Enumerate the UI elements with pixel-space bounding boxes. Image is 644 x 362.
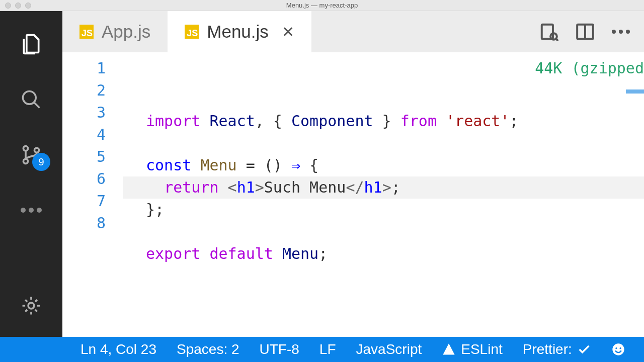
svg-point-0 xyxy=(23,92,36,105)
explorer-button[interactable] xyxy=(20,33,42,55)
svg-point-2 xyxy=(23,146,28,151)
scm-badge: 9 xyxy=(32,153,50,171)
eslint-status[interactable]: ESLint xyxy=(442,341,503,357)
svg-point-15 xyxy=(619,347,621,349)
language-status[interactable]: JavaScript xyxy=(356,341,422,357)
svg-line-8 xyxy=(556,39,558,41)
line-number: 5 xyxy=(62,146,106,168)
svg-rect-12 xyxy=(448,352,449,353)
prettier-status[interactable]: Prettier: xyxy=(523,341,591,357)
tab-menu-js[interactable]: JS Menu.js ✕ xyxy=(168,11,311,52)
code-line[interactable]: }; xyxy=(123,199,644,221)
code-line[interactable] xyxy=(123,132,644,154)
source-control-button[interactable]: 9 xyxy=(20,144,42,166)
line-number: 8 xyxy=(62,212,106,234)
code-line[interactable]: export default Menu; xyxy=(123,243,644,265)
svg-point-5 xyxy=(28,303,34,309)
svg-line-1 xyxy=(34,103,40,108)
scrollbar-thumb[interactable] xyxy=(626,89,644,94)
editor-pane[interactable]: 12345678 44K (gzipped import React, { Co… xyxy=(62,52,644,337)
js-file-icon: JS xyxy=(185,25,199,39)
code-line[interactable]: import React, { Component } from 'react'… xyxy=(123,110,644,132)
additional-views-button[interactable] xyxy=(20,199,42,221)
warning-icon xyxy=(442,342,456,356)
files-icon xyxy=(20,33,42,55)
open-changes-button[interactable] xyxy=(539,22,558,41)
settings-button[interactable] xyxy=(20,295,42,317)
line-number: 6 xyxy=(62,168,106,190)
js-file-icon: JS xyxy=(79,25,94,39)
search-button[interactable] xyxy=(20,88,42,111)
code-line[interactable] xyxy=(123,221,644,243)
gear-icon xyxy=(20,295,42,317)
encoding-status[interactable]: UTF-8 xyxy=(260,341,299,357)
tab-bar: JS App.js JS Menu.js ✕ xyxy=(62,11,644,52)
activity-bar: 9 xyxy=(0,11,62,337)
tab-label: Menu.js xyxy=(207,22,269,42)
line-number-gutter: 12345678 xyxy=(62,52,123,337)
line-number: 1 xyxy=(62,57,106,79)
more-actions-button[interactable] xyxy=(612,30,630,34)
cursor-position[interactable]: Ln 4, Col 23 xyxy=(80,341,156,357)
tab-label: App.js xyxy=(102,22,150,42)
tab-app-js[interactable]: JS App.js xyxy=(62,11,168,52)
svg-point-13 xyxy=(612,343,624,355)
code-lines[interactable]: 44K (gzipped import React, { Component }… xyxy=(123,52,644,337)
svg-point-3 xyxy=(23,159,28,163)
svg-point-14 xyxy=(615,347,617,349)
line-number: 3 xyxy=(62,102,106,124)
window-title: Menu.js — my-react-app xyxy=(0,2,644,9)
smiley-icon xyxy=(611,342,625,356)
split-icon xyxy=(576,22,595,41)
feedback-button[interactable] xyxy=(611,342,625,356)
code-line[interactable] xyxy=(123,265,644,287)
line-number: 7 xyxy=(62,190,106,212)
check-icon xyxy=(577,342,591,356)
eol-status[interactable]: LF xyxy=(319,341,336,357)
window-titlebar: Menu.js — my-react-app xyxy=(0,0,644,11)
line-number: 4 xyxy=(62,124,106,146)
close-tab-icon[interactable]: ✕ xyxy=(277,23,294,41)
indent-status[interactable]: Spaces: 2 xyxy=(177,341,239,357)
line-number: 2 xyxy=(62,79,106,102)
code-line[interactable]: return <h1>Such Menu</h1>; xyxy=(123,176,644,199)
status-bar: Ln 4, Col 23 Spaces: 2 UTF-8 LF JavaScri… xyxy=(0,337,644,362)
scrollbar[interactable] xyxy=(626,52,644,337)
search-icon xyxy=(20,88,42,111)
svg-point-4 xyxy=(34,148,39,152)
code-line[interactable]: const Menu = () ⇒ { xyxy=(123,154,644,176)
split-editor-button[interactable] xyxy=(576,22,595,41)
svg-rect-11 xyxy=(448,348,449,351)
diff-icon xyxy=(539,22,558,41)
